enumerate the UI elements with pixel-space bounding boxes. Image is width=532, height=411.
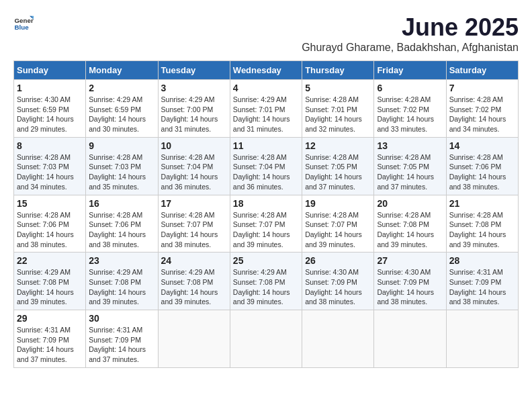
day-info: Sunrise: 4:28 AM Sunset: 7:03 PM Dayligh… <box>17 152 83 192</box>
calendar-table: SundayMondayTuesdayWednesdayThursdayFrid… <box>13 60 519 368</box>
calendar-day-16: 16Sunrise: 4:28 AM Sunset: 7:06 PM Dayli… <box>86 195 158 253</box>
calendar-day-27: 27Sunrise: 4:30 AM Sunset: 7:09 PM Dayli… <box>374 253 446 310</box>
day-number: 28 <box>449 255 515 266</box>
calendar-day-24: 24Sunrise: 4:29 AM Sunset: 7:08 PM Dayli… <box>158 253 230 310</box>
calendar-day-4: 4Sunrise: 4:29 AM Sunset: 7:01 PM Daylig… <box>230 80 302 138</box>
day-info: Sunrise: 4:28 AM Sunset: 7:06 PM Dayligh… <box>449 152 515 192</box>
subtitle: Ghurayd Gharame, Badakhshan, Afghanistan <box>302 42 519 54</box>
day-number: 27 <box>377 255 443 266</box>
day-info: Sunrise: 4:28 AM Sunset: 7:05 PM Dayligh… <box>377 152 443 192</box>
day-info: Sunrise: 4:31 AM Sunset: 7:09 PM Dayligh… <box>17 325 83 365</box>
day-info: Sunrise: 4:30 AM Sunset: 7:09 PM Dayligh… <box>377 267 443 307</box>
day-info: Sunrise: 4:28 AM Sunset: 7:02 PM Dayligh… <box>449 95 515 134</box>
day-info: Sunrise: 4:28 AM Sunset: 7:02 PM Dayligh… <box>377 95 443 134</box>
calendar-day-20: 20Sunrise: 4:28 AM Sunset: 7:08 PM Dayli… <box>374 195 446 253</box>
header-day-saturday: Saturday <box>446 61 518 80</box>
day-info: Sunrise: 4:29 AM Sunset: 7:08 PM Dayligh… <box>233 267 299 307</box>
logo-icon: General Blue <box>13 13 34 34</box>
day-number: 13 <box>377 140 443 151</box>
day-info: Sunrise: 4:29 AM Sunset: 7:08 PM Dayligh… <box>89 267 154 307</box>
day-info: Sunrise: 4:28 AM Sunset: 7:07 PM Dayligh… <box>233 210 299 250</box>
calendar-day-8: 8Sunrise: 4:28 AM Sunset: 7:03 PM Daylig… <box>14 137 86 195</box>
calendar-day-29: 29Sunrise: 4:31 AM Sunset: 7:09 PM Dayli… <box>14 310 86 368</box>
day-info: Sunrise: 4:29 AM Sunset: 7:08 PM Dayligh… <box>17 267 83 307</box>
day-number: 19 <box>305 198 371 209</box>
header-day-thursday: Thursday <box>302 61 374 80</box>
day-info: Sunrise: 4:28 AM Sunset: 7:07 PM Dayligh… <box>161 210 227 250</box>
day-number: 4 <box>233 83 299 93</box>
day-number: 17 <box>161 198 227 209</box>
day-number: 9 <box>89 140 154 151</box>
header-day-sunday: Sunday <box>14 61 86 80</box>
calendar-day-11: 11Sunrise: 4:28 AM Sunset: 7:04 PM Dayli… <box>230 137 302 195</box>
calendar-day-25: 25Sunrise: 4:29 AM Sunset: 7:08 PM Dayli… <box>230 253 302 310</box>
calendar-week-1: 1Sunrise: 4:30 AM Sunset: 6:59 PM Daylig… <box>14 80 519 138</box>
calendar-week-2: 8Sunrise: 4:28 AM Sunset: 7:03 PM Daylig… <box>14 137 519 195</box>
day-number: 14 <box>449 140 515 151</box>
day-number: 11 <box>233 140 299 151</box>
calendar-day-19: 19Sunrise: 4:28 AM Sunset: 7:07 PM Dayli… <box>302 195 374 253</box>
header-row: SundayMondayTuesdayWednesdayThursdayFrid… <box>14 61 519 80</box>
day-info: Sunrise: 4:30 AM Sunset: 6:59 PM Dayligh… <box>17 95 83 134</box>
calendar-day-28: 28Sunrise: 4:31 AM Sunset: 7:09 PM Dayli… <box>446 253 518 310</box>
day-number: 24 <box>161 255 227 266</box>
day-info: Sunrise: 4:29 AM Sunset: 6:59 PM Dayligh… <box>89 95 154 134</box>
calendar-day-6: 6Sunrise: 4:28 AM Sunset: 7:02 PM Daylig… <box>374 80 446 138</box>
empty-cell <box>446 310 518 368</box>
main-title: June 2025 <box>302 13 519 42</box>
calendar-day-1: 1Sunrise: 4:30 AM Sunset: 6:59 PM Daylig… <box>14 80 86 138</box>
calendar-header: SundayMondayTuesdayWednesdayThursdayFrid… <box>14 61 519 80</box>
calendar-day-14: 14Sunrise: 4:28 AM Sunset: 7:06 PM Dayli… <box>446 137 518 195</box>
svg-text:Blue: Blue <box>15 24 30 31</box>
day-info: Sunrise: 4:29 AM Sunset: 7:01 PM Dayligh… <box>233 95 299 134</box>
day-info: Sunrise: 4:30 AM Sunset: 7:09 PM Dayligh… <box>305 267 371 307</box>
day-info: Sunrise: 4:31 AM Sunset: 7:09 PM Dayligh… <box>449 267 515 307</box>
page-header: General Blue June 2025 Ghurayd Gharame, … <box>13 13 519 54</box>
header-day-monday: Monday <box>86 61 158 80</box>
calendar-day-30: 30Sunrise: 4:31 AM Sunset: 7:09 PM Dayli… <box>86 310 158 368</box>
day-number: 22 <box>17 255 83 266</box>
day-info: Sunrise: 4:28 AM Sunset: 7:07 PM Dayligh… <box>305 210 371 250</box>
day-info: Sunrise: 4:28 AM Sunset: 7:06 PM Dayligh… <box>89 210 154 250</box>
day-info: Sunrise: 4:28 AM Sunset: 7:08 PM Dayligh… <box>449 210 515 250</box>
day-number: 6 <box>377 83 443 93</box>
calendar-day-23: 23Sunrise: 4:29 AM Sunset: 7:08 PM Dayli… <box>86 253 158 310</box>
header-day-friday: Friday <box>374 61 446 80</box>
day-number: 26 <box>305 255 371 266</box>
svg-text:General: General <box>15 17 34 24</box>
day-info: Sunrise: 4:28 AM Sunset: 7:04 PM Dayligh… <box>161 152 227 192</box>
day-number: 21 <box>449 198 515 209</box>
day-number: 1 <box>17 83 83 93</box>
empty-cell <box>230 310 302 368</box>
day-info: Sunrise: 4:28 AM Sunset: 7:05 PM Dayligh… <box>305 152 371 192</box>
header-day-tuesday: Tuesday <box>158 61 230 80</box>
day-number: 12 <box>305 140 371 151</box>
calendar-day-13: 13Sunrise: 4:28 AM Sunset: 7:05 PM Dayli… <box>374 137 446 195</box>
calendar-day-26: 26Sunrise: 4:30 AM Sunset: 7:09 PM Dayli… <box>302 253 374 310</box>
day-info: Sunrise: 4:28 AM Sunset: 7:06 PM Dayligh… <box>17 210 83 250</box>
day-info: Sunrise: 4:28 AM Sunset: 7:04 PM Dayligh… <box>233 152 299 192</box>
day-number: 15 <box>17 198 83 209</box>
day-number: 8 <box>17 140 83 151</box>
calendar-day-18: 18Sunrise: 4:28 AM Sunset: 7:07 PM Dayli… <box>230 195 302 253</box>
calendar-day-21: 21Sunrise: 4:28 AM Sunset: 7:08 PM Dayli… <box>446 195 518 253</box>
day-info: Sunrise: 4:29 AM Sunset: 7:00 PM Dayligh… <box>161 95 227 134</box>
calendar-week-3: 15Sunrise: 4:28 AM Sunset: 7:06 PM Dayli… <box>14 195 519 253</box>
day-info: Sunrise: 4:28 AM Sunset: 7:08 PM Dayligh… <box>377 210 443 250</box>
calendar-day-10: 10Sunrise: 4:28 AM Sunset: 7:04 PM Dayli… <box>158 137 230 195</box>
calendar-day-15: 15Sunrise: 4:28 AM Sunset: 7:06 PM Dayli… <box>14 195 86 253</box>
day-number: 10 <box>161 140 227 151</box>
calendar-week-4: 22Sunrise: 4:29 AM Sunset: 7:08 PM Dayli… <box>14 253 519 310</box>
calendar-day-17: 17Sunrise: 4:28 AM Sunset: 7:07 PM Dayli… <box>158 195 230 253</box>
day-number: 25 <box>233 255 299 266</box>
day-number: 20 <box>377 198 443 209</box>
calendar-day-7: 7Sunrise: 4:28 AM Sunset: 7:02 PM Daylig… <box>446 80 518 138</box>
title-section: June 2025 Ghurayd Gharame, Badakhshan, A… <box>302 13 519 54</box>
day-number: 30 <box>89 313 154 324</box>
day-number: 18 <box>233 198 299 209</box>
calendar-day-5: 5Sunrise: 4:28 AM Sunset: 7:01 PM Daylig… <box>302 80 374 138</box>
day-number: 3 <box>161 83 227 93</box>
logo: General Blue <box>13 13 34 34</box>
calendar-week-5: 29Sunrise: 4:31 AM Sunset: 7:09 PM Dayli… <box>14 310 519 368</box>
calendar-body: 1Sunrise: 4:30 AM Sunset: 6:59 PM Daylig… <box>14 80 519 368</box>
